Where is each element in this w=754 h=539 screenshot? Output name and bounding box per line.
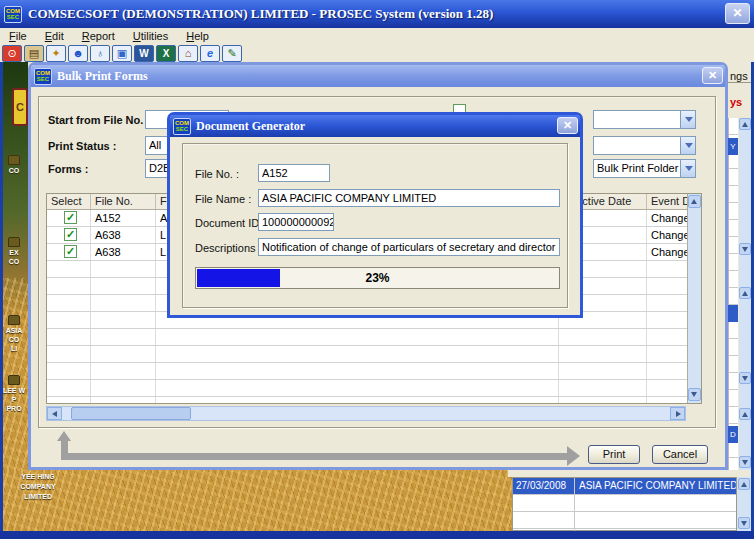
company-logo-fragment: C [12, 88, 28, 126]
selected-cell-fragment[interactable] [728, 305, 738, 322]
menubar: File Edit Report Utilities Help [0, 28, 754, 44]
globe-satellite-icon[interactable]: ♁ [90, 45, 110, 62]
bulk-dialog-titlebar[interactable]: COM SEC Bulk Print Forms ✕ [31, 65, 725, 87]
menu-report[interactable]: Report [73, 29, 124, 43]
table-row[interactable] [47, 363, 701, 380]
table-vertical-scrollbar[interactable] [687, 194, 701, 403]
exit-door-icon[interactable]: ▤ [24, 45, 44, 62]
scroll-up-icon[interactable] [738, 478, 750, 490]
document-generator-dialog: COM SEC Document Generator ✕ File No. : … [167, 112, 583, 318]
chevron-down-icon[interactable] [680, 111, 695, 128]
folder-icon [8, 375, 20, 385]
start-from-file-label: Start from File No. : [48, 114, 150, 126]
descriptions-field[interactable]: Notification of change of particulars of… [258, 238, 560, 256]
scroll-left-icon[interactable] [47, 407, 62, 420]
file-no-label: File No. : [195, 168, 239, 180]
row-checkbox[interactable]: ✓ [64, 211, 77, 224]
print-button[interactable]: Print [588, 445, 640, 464]
main-titlebar[interactable]: COM SEC COMSECSOFT (DEMONSTRATION) LIMIT… [0, 0, 754, 28]
flow-arrow-icon [57, 431, 71, 441]
docgen-titlebar[interactable]: COM SEC Document Generator ✕ [170, 115, 580, 137]
comsec-logo-icon: COM SEC [4, 6, 22, 23]
table-row[interactable] [513, 495, 736, 512]
file-no-field[interactable]: A152 [258, 164, 330, 182]
background-scrollbar[interactable] [737, 477, 751, 531]
power-off-icon[interactable]: ⊙ [2, 45, 22, 62]
menu-edit[interactable]: Edit [36, 29, 73, 43]
scroll-down-icon[interactable] [688, 388, 701, 401]
keys-icon[interactable]: ✦ [46, 45, 66, 62]
chevron-down-icon[interactable] [680, 137, 695, 154]
company-icon-item[interactable]: EX CO [0, 237, 28, 266]
table-row[interactable] [47, 397, 701, 404]
chevron-down-icon[interactable] [680, 160, 695, 177]
word-icon[interactable]: W [134, 45, 154, 62]
scroll-down-icon[interactable] [738, 517, 750, 529]
filter-select-2[interactable] [593, 136, 696, 155]
tab-fragment: ngs [728, 70, 751, 83]
folder-select[interactable]: Bulk Print Folder [593, 159, 696, 178]
scroll-down-icon[interactable] [739, 372, 751, 384]
scroll-up-icon[interactable] [739, 408, 751, 420]
scroll-up-icon[interactable] [688, 195, 701, 208]
folder-select-value: Bulk Print Folder [597, 161, 679, 175]
folder-icon [8, 315, 20, 325]
row-checkbox[interactable]: ✓ [64, 228, 77, 241]
prosec-app-window: COM SEC COMSECSOFT (DEMONSTRATION) LIMIT… [0, 0, 754, 539]
scroll-down-icon[interactable] [739, 243, 751, 255]
scroll-right-icon[interactable] [670, 407, 685, 420]
scrollbar-thumb[interactable] [71, 407, 191, 420]
background-events-table: 27/03/2008 ASIA PACIFIC COMPANY LIMITED [512, 477, 737, 531]
home-icon[interactable]: ⌂ [178, 45, 198, 62]
bulk-close-icon[interactable]: ✕ [702, 67, 723, 84]
table-row[interactable] [513, 512, 736, 529]
flow-arrow-icon [61, 453, 567, 460]
col-select-header[interactable]: Select [47, 194, 91, 209]
computer-icon[interactable]: ▣ [112, 45, 132, 62]
file-no-cell: A638 [91, 244, 156, 260]
file-name-label: File Name : [195, 193, 251, 205]
cancel-button[interactable]: Cancel [652, 445, 708, 464]
menu-file[interactable]: File [0, 29, 36, 43]
docgen-close-icon[interactable]: ✕ [557, 117, 578, 134]
signature-icon[interactable]: ✎ [222, 45, 242, 62]
selected-cell-fragment[interactable]: D [728, 426, 738, 443]
company-icon-label: EX CO [0, 248, 28, 266]
row-checkbox[interactable]: ✓ [64, 245, 77, 258]
users-icon[interactable]: ☻ [68, 45, 88, 62]
filter-select-1[interactable] [593, 110, 696, 129]
table-row[interactable]: 27/03/2008 ASIA PACIFIC COMPANY LIMITED [513, 478, 736, 495]
menu-utilities[interactable]: Utilities [124, 29, 177, 43]
main-close-icon[interactable]: ✕ [725, 3, 750, 24]
scroll-down-icon[interactable] [739, 456, 751, 468]
alert-text-fragment: ys [730, 96, 742, 108]
window-border [0, 62, 3, 539]
background-bottom-strip: YEE HING COMPANY LIMITED 27/03/2008 ASIA… [0, 470, 754, 531]
company-icon-item[interactable]: LEE W P PRO [0, 375, 28, 413]
docgen-title: Document Generator [196, 119, 305, 134]
company-icon-item[interactable]: ASIA CO LI [0, 315, 28, 353]
logo-line2: SEC [176, 126, 188, 132]
file-name-field[interactable]: ASIA PACIFIC COMPANY LIMITED [258, 189, 560, 207]
table-row[interactable] [47, 346, 701, 363]
company-icon-item[interactable]: CO [0, 155, 28, 175]
toolbar: ⊙ ▤ ✦ ☻ ♁ ▣ W X ⌂ e ✎ [0, 44, 754, 62]
table-row[interactable] [47, 329, 701, 346]
table-row[interactable] [47, 380, 701, 397]
col-file-no-header[interactable]: File No. [91, 194, 156, 209]
company-icon-label: YEE HING COMPANY LIMITED [4, 472, 72, 502]
excel-icon[interactable]: X [156, 45, 176, 62]
menu-help[interactable]: Help [177, 29, 218, 43]
flow-arrow-icon [567, 446, 580, 466]
window-border [0, 531, 754, 539]
company-icon-label: CO [0, 166, 28, 175]
selected-cell-fragment[interactable]: Y [728, 138, 738, 155]
scroll-up-icon[interactable] [739, 287, 751, 299]
document-id-field[interactable]: 100000000092 [258, 213, 334, 231]
internet-explorer-icon[interactable]: e [200, 45, 220, 62]
logo-line2: SEC [7, 14, 19, 20]
desktop-left-strip: C CO EX CO ASIA CO LI LEE W P PRO [0, 62, 28, 531]
scroll-up-icon[interactable] [739, 118, 751, 130]
table-horizontal-scrollbar[interactable] [46, 406, 686, 421]
event-company-cell: ASIA PACIFIC COMPANY LIMITED [575, 478, 736, 494]
